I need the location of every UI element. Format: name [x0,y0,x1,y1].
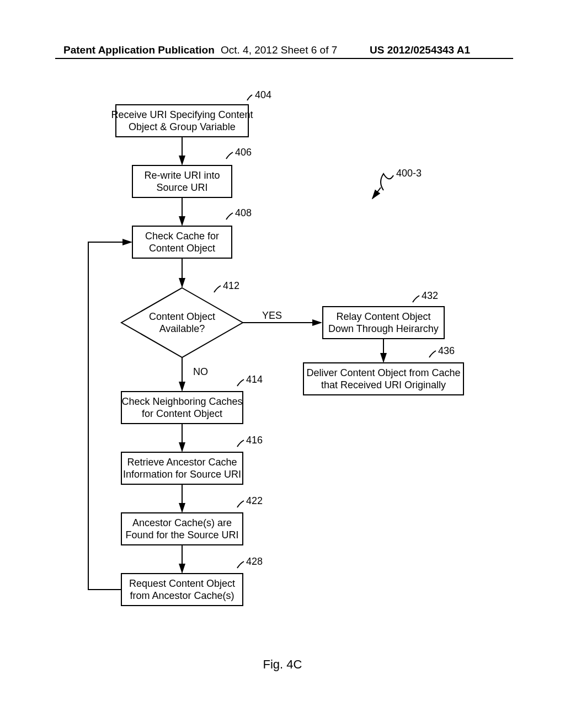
header-publication-label: Patent Application Publication [63,44,215,56]
page: Patent Application Publication Oct. 4, 2… [0,0,565,728]
node-408-ref: 408 [235,207,252,218]
node-404-ref: 404 [255,89,271,100]
node-428-line2: from Ancestor Cache(s) [130,590,234,601]
header-rule [55,58,513,59]
node-406-line1: Re-write URI into [144,170,220,181]
node-416-line2: Information for Source URI [123,469,241,480]
node-404-line1: Receive URI Specifying Content [111,109,253,120]
figure-caption: Fig. 4C [0,657,565,672]
node-422-line2: Found for the Source URI [125,529,238,540]
node-412-ref: 412 [223,280,239,291]
node-436-ref: 436 [438,345,455,356]
node-412-line2: Available? [159,323,205,334]
node-414-line2: for Content Object [142,408,222,419]
svg-marker-6 [121,288,243,357]
node-416-line1: Retrieve Ancestor Cache [127,457,237,468]
decision-yes-label: YES [262,310,282,321]
node-428-line1: Request Content Object [129,578,235,589]
node-414-ref: 414 [246,374,263,385]
decision-no-label: NO [193,366,208,377]
node-416-ref: 416 [246,435,263,446]
node-432-line1: Relay Content Object [336,311,430,322]
node-412-line1: Content Object [149,311,215,322]
header-date-sheet: Oct. 4, 2012 Sheet 6 of 7 [221,44,337,56]
node-408-line2: Content Object [149,243,215,254]
node-408-line1: Check Cache for [145,231,219,242]
node-436-line1: Deliver Content Object from Cache [306,367,460,378]
node-404-line2: Object & Group Variable [129,121,236,132]
header-publication-number: US 2012/0254343 A1 [370,44,470,56]
node-432-ref: 432 [422,290,438,301]
node-436-line2: that Received URI Originally [321,379,446,390]
node-422-ref: 422 [246,495,263,506]
node-406-line2: Source URI [156,182,207,193]
node-432-line2: Down Through Heirarchy [328,323,439,334]
figure-main-ref: 400-3 [396,168,422,179]
node-414-line1: Check Neighboring Caches [121,396,242,407]
node-428-ref: 428 [246,556,263,567]
svg-line-7 [372,188,381,199]
flowchart: Receive URI Specifying Content Object & … [72,88,497,662]
node-422-line1: Ancestor Cache(s) are [132,517,232,528]
node-406-ref: 406 [235,147,252,158]
